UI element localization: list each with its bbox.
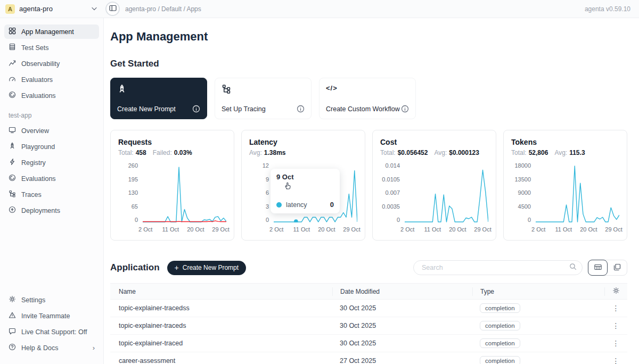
card-label: Create Custom Workflow (326, 105, 400, 113)
sidebar-item-observability[interactable]: Observability (4, 56, 99, 71)
table-row[interactable]: career-assessment27 Oct 2025completion⋮ (110, 352, 627, 364)
search-input[interactable] (421, 263, 569, 272)
top-bar: A agenta-pro agenta-pro / Default / Apps… (0, 0, 639, 18)
y-tick-label: 12 (263, 162, 269, 169)
sidebar-item-app-management[interactable]: App Management (4, 24, 99, 39)
info-icon[interactable] (297, 105, 305, 113)
chart-x-axis: 2 Oct11 Oct20 Oct29 Oct (405, 226, 488, 235)
sidebar-item-label: Evaluations (21, 92, 56, 100)
sidebar-item-settings[interactable]: Settings (4, 293, 99, 307)
chart-x-axis: 2 Oct11 Oct20 Oct29 Oct (536, 226, 619, 235)
y-tick-label: 260 (128, 162, 138, 169)
stat-card-tokens: Tokens Total:52,806Avg:115.3 18000135009… (503, 130, 627, 241)
row-menu-icon[interactable]: ⋮ (612, 357, 620, 364)
table-row[interactable]: topic-explainer-traceds30 Oct 2025comple… (110, 317, 627, 335)
type-badge: completion (480, 303, 520, 313)
sidebar: App ManagementTest SetsObservabilityEval… (0, 18, 104, 364)
stat-value: 1.38ms (264, 149, 286, 156)
y-tick-label: 4500 (518, 203, 531, 210)
y-tick-label: 0.007 (385, 189, 400, 196)
create-new-prompt-card[interactable]: Create New Prompt (110, 78, 207, 119)
sidebar-item-overview[interactable]: Overview (4, 123, 99, 138)
grid-icon (9, 27, 16, 36)
hovered-point-marker (294, 219, 298, 222)
sidebar-item-help-docs[interactable]: Help & Docs› (4, 341, 99, 355)
evaluations-icon (9, 91, 16, 100)
table-row[interactable]: topic-explainer-traced30 Oct 2025complet… (110, 335, 627, 352)
sidebar-collapse-button[interactable] (105, 2, 120, 16)
stat-value: 0.03% (174, 149, 192, 156)
sidebar-item-evaluations[interactable]: Evaluations (4, 88, 99, 103)
x-tick-label: 29 Oct (474, 226, 491, 233)
cell-actions: ⋮ (604, 322, 627, 329)
sidebar-item-deployments[interactable]: Deployments (4, 203, 99, 218)
trace-tree-icon (222, 84, 305, 96)
table-row[interactable]: topic-explainer-tracedss30 Oct 2025compl… (110, 300, 627, 317)
y-tick-label: 3 (266, 203, 269, 210)
x-tick-label: 11 Oct (162, 226, 179, 233)
sidebar-item-label: Live Chat Support: Off (21, 328, 87, 336)
chart-y-axis: 260195130650 (118, 162, 143, 223)
cell-type: completion (472, 356, 604, 364)
y-tick-label: 0.014 (385, 162, 400, 169)
search-icon (569, 263, 577, 272)
stat-card-stats: Total:$0.056452Avg:$0.000123 (380, 149, 488, 156)
stat-card-title: Tokens (511, 138, 619, 146)
card-view-button[interactable] (607, 260, 627, 275)
breadcrumb[interactable]: agenta-pro / Default / Apps (125, 5, 201, 13)
sidebar-item-evaluations[interactable]: Evaluations (4, 171, 99, 186)
get-started-heading: Get Started (110, 59, 627, 69)
application-heading: Application (110, 262, 160, 273)
tooltip-value: 0 (330, 201, 334, 209)
chevron-down-icon (92, 7, 97, 11)
workspace-name: agenta-pro (19, 5, 53, 13)
sidebar-item-label: Deployments (21, 207, 60, 214)
workspace-avatar: A (5, 4, 15, 14)
stat-cards: Requests Total:458Failed:0.03% 260195130… (110, 130, 627, 241)
set-up-tracing-card[interactable]: Set Up Tracing (215, 78, 312, 119)
stat: Total:52,806 (511, 149, 548, 156)
create-new-prompt-button[interactable]: + Create New Prompt (167, 261, 247, 275)
sidebar-item-playground[interactable]: Playground (4, 139, 99, 154)
chart-x-axis: 2 Oct11 Oct20 Oct29 Oct (143, 226, 226, 235)
row-menu-icon[interactable]: ⋮ (612, 340, 620, 347)
table-view-button[interactable] (588, 260, 608, 276)
cell-date-modified: 30 Oct 2025 (332, 304, 472, 312)
gear-icon (612, 287, 620, 296)
sidebar-item-registry[interactable]: Registry (4, 155, 99, 170)
sidebar-item-test-sets[interactable]: Test Sets (4, 40, 99, 55)
info-icon[interactable] (401, 105, 409, 113)
testsets-icon (9, 43, 16, 52)
sidebar-item-label: Invite Teammate (21, 312, 70, 320)
x-tick-label: 29 Oct (212, 226, 229, 233)
row-menu-icon[interactable]: ⋮ (612, 304, 620, 312)
column-header-name[interactable]: Name (110, 287, 332, 296)
x-tick-label: 20 Oct (187, 226, 204, 233)
row-menu-icon[interactable]: ⋮ (612, 322, 620, 329)
cell-date-modified: 27 Oct 2025 (332, 357, 472, 364)
column-settings[interactable] (604, 287, 627, 296)
create-custom-workflow-card[interactable]: </> Create Custom Workflow (319, 78, 416, 119)
stat-value: $0.056452 (398, 149, 428, 156)
sidebar-item-invite-teammate[interactable]: Invite Teammate (4, 309, 99, 323)
column-header-type[interactable]: Type (472, 287, 604, 296)
stat: Total:458 (118, 149, 146, 156)
stat-value: $0.000123 (449, 149, 479, 156)
info-icon[interactable] (192, 105, 200, 113)
y-tick-label: 9 (266, 176, 269, 183)
y-tick-label: 130 (128, 189, 138, 196)
stat-card-latency: Latency Avg:1.38ms 129630 2 Oct11 Oct20 … (241, 130, 365, 241)
x-tick-label: 11 Oct (424, 226, 441, 233)
stat-value: 115.3 (569, 149, 585, 156)
type-badge: completion (480, 338, 520, 348)
workspace-selector[interactable]: A agenta-pro (5, 4, 97, 14)
y-tick-label: 0.0105 (382, 176, 400, 183)
sidebar-item-traces[interactable]: Traces (4, 187, 99, 202)
sidebar-item-evaluators[interactable]: Evaluators (4, 72, 99, 87)
help-icon (9, 343, 16, 352)
type-badge: completion (480, 356, 520, 364)
column-header-date-modified[interactable]: Date Modified (332, 287, 472, 296)
sidebar-item-live-chat-support-off[interactable]: Live Chat Support: Off (4, 325, 99, 339)
rocket-icon (9, 142, 16, 151)
chart-plot (143, 165, 226, 222)
